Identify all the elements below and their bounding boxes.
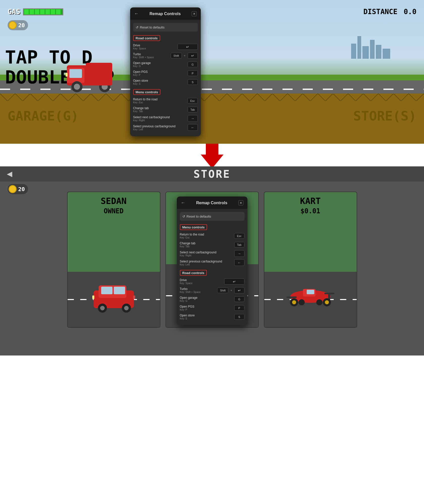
store-coin-icon — [9, 185, 17, 193]
coin-count: 20 — [18, 22, 25, 28]
gas-seg1 — [24, 9, 29, 14]
b-open-store-row: Open store Key: S S — [180, 314, 244, 320]
change-tab-key-button[interactable]: Tab — [188, 107, 198, 112]
sedan-card[interactable]: SEDAN OWNED — [67, 192, 160, 328]
turbo-key-combo: Shift + ↵ — [171, 52, 198, 58]
building-2 — [357, 36, 361, 59]
modal-close-button-top[interactable]: ✕ — [192, 11, 197, 16]
b-drive-info: Drive Key: Space — [180, 278, 224, 285]
turbo-enter-button[interactable]: ↵ — [188, 52, 198, 58]
gas-seg2 — [30, 9, 34, 14]
b-drive-key-button[interactable]: ↵ — [224, 278, 244, 284]
open-garage-info: Open garage Key: G — [133, 61, 188, 68]
reset-defaults-button-top[interactable]: ↺ Reset to defaults — [133, 23, 198, 32]
reset-icon-top: ↺ — [136, 25, 138, 29]
b-open-garage-name: Open garage — [180, 296, 234, 300]
b-turbo-name: Turbo — [180, 287, 217, 291]
store-title: STORE — [5, 168, 419, 180]
open-pgs-key-button[interactable]: P — [188, 70, 198, 76]
b-open-pgs-key: Key: P — [180, 308, 234, 311]
b-select-next-key-button[interactable]: → — [234, 250, 244, 257]
svg-rect-30 — [287, 297, 297, 298]
store-back-icon[interactable]: ◄ — [5, 169, 14, 179]
b-turbo-combo: Shift + ↵ — [217, 287, 244, 293]
building-4 — [370, 40, 375, 59]
store-coin-count: 20 — [18, 186, 25, 192]
gas-seg4 — [40, 9, 45, 14]
b-open-store-info: Open store Key: S — [180, 314, 234, 320]
b-return-road-key: Key: Esc — [180, 236, 234, 239]
remap-modal-bottom: ← Remap Controls ✕ ↺ Reset to defaults M… — [177, 197, 247, 325]
b-open-pgs-name: Open PGS — [180, 305, 234, 308]
b-turbo-enter-button[interactable]: ↵ — [234, 287, 244, 293]
modal-back-button-bottom[interactable]: ← — [181, 200, 185, 205]
b-open-pgs-row: Open PGS Key: P P — [180, 305, 244, 311]
svg-point-36 — [325, 300, 329, 304]
menu-controls-section-bottom: Menu controls — [180, 224, 207, 230]
b-change-tab-key-button[interactable]: Tab — [234, 242, 244, 247]
change-tab-info: Change tab Key: Tab — [133, 106, 188, 113]
b-select-prev-key-button[interactable]: ← — [234, 259, 244, 266]
kart-card[interactable]: KART $0.01 — [264, 192, 357, 328]
open-pgs-control-row: Open PGS Key: P P — [133, 70, 198, 76]
svg-rect-8 — [66, 73, 68, 77]
b-select-prev-key: Key: Left — [180, 263, 234, 266]
return-road-name: Return to the road — [133, 98, 188, 101]
select-next-control-row: Select next car/background Key: Right → — [133, 115, 198, 122]
turbo-shift-button[interactable]: Shift — [171, 53, 182, 58]
drive-key-button[interactable]: ↵ — [178, 44, 198, 50]
modal-close-button-bottom[interactable]: ✕ — [238, 200, 243, 205]
top-game-screen: GAS DISTANCE 0.0 20 TAP TO D DOUBLE TAP — [0, 0, 424, 144]
drive-control-name: Drive — [133, 44, 178, 47]
select-prev-key: Key: Left — [133, 128, 188, 131]
b-return-road-key-button[interactable]: Esc — [234, 233, 244, 239]
b-open-store-key-button[interactable]: S — [234, 314, 244, 319]
select-prev-name: Select previous car/background — [133, 124, 188, 128]
gas-seg5 — [45, 9, 50, 14]
open-store-control-row: Open store Key: S S — [133, 79, 198, 85]
b-drive-key: Key: Space — [180, 282, 224, 285]
bottom-store-screen: ◄ STORE 20 SEDAN OWNED — [0, 166, 424, 355]
svg-rect-29 — [307, 290, 314, 294]
select-prev-key-button[interactable]: ← — [188, 124, 198, 131]
change-tab-name: Change tab — [133, 106, 188, 110]
svg-point-4 — [74, 84, 80, 90]
open-garage-name: Open garage — [133, 61, 188, 65]
b-open-garage-key-button[interactable]: G — [234, 296, 244, 302]
b-select-next-name: Select next car/background — [180, 250, 234, 254]
turbo-control-info: Turbo Key: Shift + Space — [133, 52, 171, 59]
b-turbo-shift-button[interactable]: Shift — [217, 287, 228, 293]
reset-defaults-button-bottom[interactable]: ↺ Reset to defaults — [180, 212, 244, 221]
open-garage-key-button[interactable]: G — [188, 62, 198, 67]
building-6 — [383, 49, 390, 59]
open-store-key-button[interactable]: S — [188, 79, 198, 85]
b-open-garage-info: Open garage Key: G — [180, 296, 234, 302]
return-road-key-button[interactable]: Esc — [187, 98, 197, 103]
turbo-control-name: Turbo — [133, 52, 171, 56]
b-select-prev-info: Select previous car/background Key: Left — [180, 259, 234, 266]
b-open-garage-key: Key: G — [180, 300, 234, 302]
svg-point-16 — [124, 306, 129, 310]
select-prev-control-row: Select previous car/background Key: Left… — [133, 124, 198, 131]
b-change-tab-key: Key: Tab — [180, 245, 234, 248]
plus-sign: + — [184, 54, 186, 57]
reset-icon-bottom: ↺ — [182, 215, 185, 218]
kart-vehicle — [285, 280, 336, 311]
distance-hud: DISTANCE 0.0 — [363, 8, 416, 16]
return-road-control-row: Return to the road Key: Esc Esc — [133, 98, 198, 104]
turbo-control-row: Turbo Key: Shift + Space Shift + ↵ — [133, 52, 198, 59]
b-open-pgs-key-button[interactable]: P — [234, 305, 244, 311]
kart-card-price: $0.01 — [264, 207, 357, 215]
down-arrow-container — [201, 142, 223, 168]
modal-header-top: ← Remap Controls ✕ — [130, 8, 201, 20]
coins-hud: 20 — [8, 20, 28, 30]
store-header-bar: ◄ STORE — [0, 166, 424, 182]
return-road-info: Return to the road Key: Esc — [133, 98, 188, 104]
remap-modal-top: ← Remap Controls ✕ ↺ Reset to defaults R… — [130, 8, 201, 136]
select-next-key-button[interactable]: → — [188, 115, 198, 122]
svg-rect-18 — [133, 295, 135, 299]
road-controls-section-bottom: Road controls — [180, 270, 207, 276]
modal-back-button-top[interactable]: ← — [134, 11, 139, 16]
open-pgs-name: Open PGS — [133, 70, 188, 74]
modal-body-top: ↺ Reset to defaults Road controls Drive … — [130, 20, 201, 136]
